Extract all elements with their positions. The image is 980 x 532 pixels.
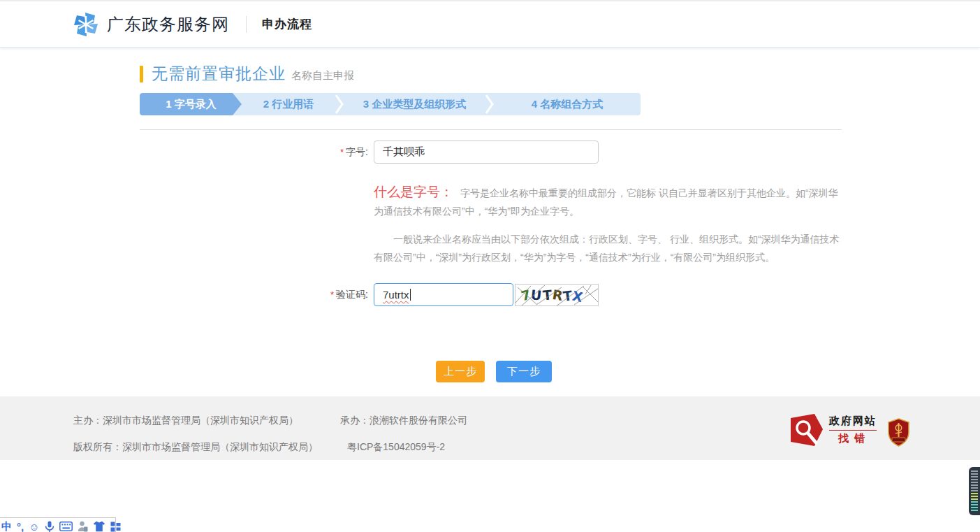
required-mark: * — [330, 289, 334, 300]
step-chevron-icon — [485, 93, 494, 115]
zihao-row: *字号: — [140, 141, 845, 164]
zihao-input[interactable] — [374, 141, 599, 164]
step-1-arrow — [233, 93, 242, 115]
title-accent-bar — [140, 66, 143, 82]
site-name: 广东政务服务网 — [107, 13, 229, 36]
find-error-flag-icon — [790, 413, 824, 447]
captcha-input-value: 7utrtx — [383, 289, 409, 301]
footer-copyright: 版权所有：深圳市市场监督管理局（深圳市知识产权局） — [73, 441, 318, 452]
step-chevron-icon — [335, 93, 344, 115]
page-subtitle: 名称自主申报 — [291, 69, 354, 82]
header-divider — [246, 16, 247, 33]
find-error-line2: 找错 — [832, 431, 877, 445]
ime-punctuation-button[interactable]: °, — [17, 521, 24, 532]
stripe-indicator-widget[interactable] — [969, 467, 980, 515]
ime-microphone-icon[interactable] — [45, 521, 54, 532]
help-para2: 一般说来企业名称应当由以下部分依次组成：行政区划、字号、 行业、组织形式。如“深… — [374, 230, 846, 266]
page-title-row: 无需前置审批企业 名称自主申报 — [140, 48, 845, 85]
page-title: 无需前置审批企业 — [152, 63, 286, 85]
site-logo[interactable]: 广东政务服务网 — [72, 10, 229, 38]
step-3-leixing[interactable]: 3 企业类型及组织形式 — [344, 93, 485, 115]
ime-keyboard-icon[interactable] — [59, 522, 73, 531]
stripe-band-teal — [971, 501, 978, 511]
pinwheel-logo-icon — [72, 10, 100, 38]
shield-icon — [887, 418, 910, 447]
captcha-image[interactable]: 7UTRTX — [515, 284, 599, 306]
captcha-noise-lines — [515, 285, 599, 306]
text-caret — [410, 289, 411, 301]
captcha-label: *验证码: — [140, 289, 374, 301]
step-wizard: 1 字号录入 2 行业用语 3 企业类型及组织形式 4 名称组合方式 — [140, 93, 641, 115]
captcha-input[interactable]: 7utrtx — [374, 283, 513, 306]
main-content: 无需前置审批企业 名称自主申报 1 字号录入 2 行业用语 3 企业类型及组织形… — [0, 48, 980, 396]
page-footer: 主办：深圳市市场监督管理局（深圳市知识产权局）承办：浪潮软件股份有限公司 版权所… — [0, 396, 980, 460]
footer-undertake: 承办：浪潮软件股份有限公司 — [340, 415, 467, 426]
section-title: 申办流程 — [262, 16, 312, 32]
find-error-line1: 政府网站 — [829, 415, 877, 431]
prev-step-button[interactable]: 上一步 — [436, 361, 485, 382]
ime-skin-shirt-icon[interactable] — [93, 521, 105, 532]
ime-menu-grid-icon[interactable] — [110, 522, 121, 532]
ime-toolbar: 中 °, ☺ — [0, 517, 116, 532]
site-header: 广东政务服务网 申办流程 — [0, 1, 980, 48]
step-1-zihao[interactable]: 1 字号录入 — [140, 93, 233, 115]
gov-site-find-error-badge[interactable]: 政府网站 找错 — [790, 413, 877, 447]
stripe-band-yellow — [971, 493, 978, 501]
next-step-button[interactable]: 下一步 — [496, 361, 552, 382]
stripe-band-gray — [971, 470, 978, 493]
step-4-zuhe[interactable]: 4 名称组合方式 — [494, 93, 641, 115]
footer-host: 主办：深圳市市场监督管理局（深圳市知识产权局） — [73, 415, 298, 426]
help-heading: 什么是字号： — [374, 185, 453, 199]
captcha-row: *验证码: 7utrtx 7UTRTX — [140, 283, 845, 306]
zihao-help: 什么是字号：字号是企业名称中最重要的组成部分，它能标 识自己并显著区别于其他企业… — [374, 183, 846, 266]
required-mark: * — [340, 147, 344, 157]
find-error-text: 政府网站 找错 — [829, 415, 877, 445]
step-2-hangye[interactable]: 2 行业用语 — [242, 93, 335, 115]
ime-user-icon[interactable] — [78, 521, 88, 532]
zihao-label: *字号: — [140, 146, 374, 159]
ime-chinese-mode-button[interactable]: 中 — [1, 520, 12, 532]
ime-emoji-button[interactable]: ☺ — [29, 521, 39, 532]
section-divider — [140, 129, 842, 130]
footer-icp-number: 粤ICP备15042059号-2 — [347, 441, 445, 452]
wizard-buttons: 上一步 下一步 — [436, 361, 845, 382]
credit-shield-badge[interactable] — [887, 418, 910, 449]
